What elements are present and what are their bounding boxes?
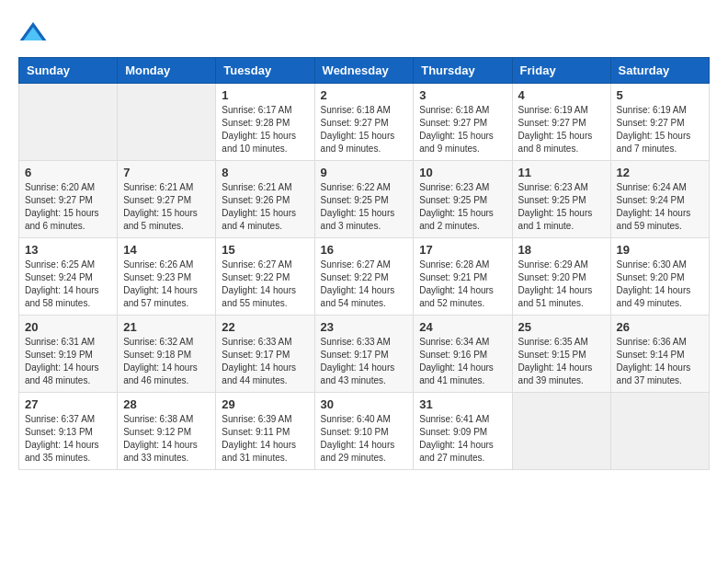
calendar-header-row: SundayMondayTuesdayWednesdayThursdayFrid… bbox=[19, 58, 710, 84]
calendar-cell: 31Sunrise: 6:41 AM Sunset: 9:09 PM Dayli… bbox=[414, 393, 512, 470]
day-number: 3 bbox=[419, 88, 506, 102]
calendar-cell: 19Sunrise: 6:30 AM Sunset: 9:20 PM Dayli… bbox=[610, 238, 709, 316]
day-number: 24 bbox=[419, 320, 506, 334]
day-number: 12 bbox=[617, 166, 703, 179]
day-number: 30 bbox=[321, 397, 408, 411]
calendar-cell: 20Sunrise: 6:31 AM Sunset: 9:19 PM Dayli… bbox=[19, 316, 118, 393]
calendar-header-tuesday: Tuesday bbox=[216, 58, 314, 84]
day-number: 19 bbox=[617, 243, 703, 257]
calendar-cell: 30Sunrise: 6:40 AM Sunset: 9:10 PM Dayli… bbox=[314, 393, 414, 470]
calendar-cell: 23Sunrise: 6:33 AM Sunset: 9:17 PM Dayli… bbox=[314, 316, 414, 393]
calendar-cell: 5Sunrise: 6:19 AM Sunset: 9:27 PM Daylig… bbox=[610, 84, 709, 161]
calendar-cell: 8Sunrise: 6:21 AM Sunset: 9:26 PM Daylig… bbox=[216, 161, 314, 238]
day-info: Sunrise: 6:29 AM Sunset: 9:20 PM Dayligh… bbox=[518, 259, 605, 310]
calendar-cell: 27Sunrise: 6:37 AM Sunset: 9:13 PM Dayli… bbox=[19, 393, 118, 470]
day-number: 18 bbox=[518, 243, 605, 257]
day-info: Sunrise: 6:17 AM Sunset: 9:28 PM Dayligh… bbox=[222, 104, 308, 155]
day-number: 11 bbox=[518, 166, 605, 179]
day-number: 31 bbox=[419, 397, 506, 411]
day-number: 23 bbox=[321, 320, 408, 334]
day-number: 5 bbox=[617, 88, 703, 102]
calendar-cell bbox=[610, 393, 709, 470]
calendar-cell: 3Sunrise: 6:18 AM Sunset: 9:27 PM Daylig… bbox=[414, 84, 512, 161]
calendar-cell: 7Sunrise: 6:21 AM Sunset: 9:27 PM Daylig… bbox=[118, 161, 216, 238]
day-info: Sunrise: 6:30 AM Sunset: 9:20 PM Dayligh… bbox=[617, 259, 703, 310]
day-info: Sunrise: 6:41 AM Sunset: 9:09 PM Dayligh… bbox=[419, 413, 506, 465]
day-info: Sunrise: 6:19 AM Sunset: 9:27 PM Dayligh… bbox=[617, 104, 703, 155]
calendar-cell: 12Sunrise: 6:24 AM Sunset: 9:24 PM Dayli… bbox=[610, 161, 709, 238]
day-number: 6 bbox=[25, 166, 111, 179]
calendar-cell: 1Sunrise: 6:17 AM Sunset: 9:28 PM Daylig… bbox=[216, 84, 314, 161]
day-number: 29 bbox=[222, 397, 308, 411]
day-info: Sunrise: 6:34 AM Sunset: 9:16 PM Dayligh… bbox=[419, 336, 506, 387]
day-info: Sunrise: 6:40 AM Sunset: 9:10 PM Dayligh… bbox=[321, 413, 408, 465]
calendar-cell: 18Sunrise: 6:29 AM Sunset: 9:20 PM Dayli… bbox=[512, 238, 610, 316]
day-info: Sunrise: 6:26 AM Sunset: 9:23 PM Dayligh… bbox=[123, 259, 210, 310]
calendar-header-saturday: Saturday bbox=[610, 58, 709, 84]
calendar-week-3: 13Sunrise: 6:25 AM Sunset: 9:24 PM Dayli… bbox=[19, 238, 710, 316]
day-info: Sunrise: 6:18 AM Sunset: 9:27 PM Dayligh… bbox=[321, 104, 408, 155]
calendar-cell bbox=[19, 84, 118, 161]
day-info: Sunrise: 6:21 AM Sunset: 9:27 PM Dayligh… bbox=[123, 181, 210, 233]
day-info: Sunrise: 6:38 AM Sunset: 9:12 PM Dayligh… bbox=[123, 413, 210, 465]
day-number: 16 bbox=[321, 243, 408, 257]
day-number: 28 bbox=[123, 397, 210, 411]
calendar-cell: 29Sunrise: 6:39 AM Sunset: 9:11 PM Dayli… bbox=[216, 393, 314, 470]
calendar-week-2: 6Sunrise: 6:20 AM Sunset: 9:27 PM Daylig… bbox=[19, 161, 710, 238]
day-info: Sunrise: 6:37 AM Sunset: 9:13 PM Dayligh… bbox=[25, 413, 111, 465]
day-number: 9 bbox=[321, 166, 408, 179]
day-number: 21 bbox=[123, 320, 210, 334]
day-info: Sunrise: 6:24 AM Sunset: 9:24 PM Dayligh… bbox=[617, 181, 703, 233]
day-info: Sunrise: 6:33 AM Sunset: 9:17 PM Dayligh… bbox=[222, 336, 308, 387]
day-number: 27 bbox=[25, 397, 111, 411]
calendar-week-5: 27Sunrise: 6:37 AM Sunset: 9:13 PM Dayli… bbox=[19, 393, 710, 470]
calendar-cell: 2Sunrise: 6:18 AM Sunset: 9:27 PM Daylig… bbox=[314, 84, 414, 161]
day-number: 7 bbox=[123, 166, 210, 179]
calendar-cell: 26Sunrise: 6:36 AM Sunset: 9:14 PM Dayli… bbox=[610, 316, 709, 393]
calendar-header-friday: Friday bbox=[512, 58, 610, 84]
calendar-cell: 22Sunrise: 6:33 AM Sunset: 9:17 PM Dayli… bbox=[216, 316, 314, 393]
day-info: Sunrise: 6:27 AM Sunset: 9:22 PM Dayligh… bbox=[222, 259, 308, 310]
logo-icon bbox=[18, 18, 48, 48]
day-number: 1 bbox=[222, 88, 308, 102]
day-info: Sunrise: 6:32 AM Sunset: 9:18 PM Dayligh… bbox=[123, 336, 210, 387]
calendar-cell: 17Sunrise: 6:28 AM Sunset: 9:21 PM Dayli… bbox=[414, 238, 512, 316]
day-info: Sunrise: 6:23 AM Sunset: 9:25 PM Dayligh… bbox=[419, 181, 506, 233]
day-number: 14 bbox=[123, 243, 210, 257]
calendar-cell: 16Sunrise: 6:27 AM Sunset: 9:22 PM Dayli… bbox=[314, 238, 414, 316]
day-info: Sunrise: 6:36 AM Sunset: 9:14 PM Dayligh… bbox=[617, 336, 703, 387]
calendar-cell: 14Sunrise: 6:26 AM Sunset: 9:23 PM Dayli… bbox=[118, 238, 216, 316]
day-info: Sunrise: 6:19 AM Sunset: 9:27 PM Dayligh… bbox=[518, 104, 605, 155]
calendar-header-wednesday: Wednesday bbox=[314, 58, 414, 84]
day-number: 10 bbox=[419, 166, 506, 179]
calendar-cell: 24Sunrise: 6:34 AM Sunset: 9:16 PM Dayli… bbox=[414, 316, 512, 393]
day-number: 15 bbox=[222, 243, 308, 257]
day-number: 26 bbox=[617, 320, 703, 334]
calendar-header-thursday: Thursday bbox=[414, 58, 512, 84]
day-number: 13 bbox=[25, 243, 111, 257]
day-info: Sunrise: 6:39 AM Sunset: 9:11 PM Dayligh… bbox=[222, 413, 308, 465]
day-number: 20 bbox=[25, 320, 111, 334]
calendar-header-sunday: Sunday bbox=[19, 58, 118, 84]
day-number: 25 bbox=[518, 320, 605, 334]
calendar-header-monday: Monday bbox=[118, 58, 216, 84]
day-number: 8 bbox=[222, 166, 308, 179]
calendar-cell bbox=[512, 393, 610, 470]
calendar-cell: 11Sunrise: 6:23 AM Sunset: 9:25 PM Dayli… bbox=[512, 161, 610, 238]
calendar-cell: 4Sunrise: 6:19 AM Sunset: 9:27 PM Daylig… bbox=[512, 84, 610, 161]
calendar-week-1: 1Sunrise: 6:17 AM Sunset: 9:28 PM Daylig… bbox=[19, 84, 710, 161]
day-info: Sunrise: 6:23 AM Sunset: 9:25 PM Dayligh… bbox=[518, 181, 605, 233]
logo bbox=[18, 18, 51, 48]
day-number: 2 bbox=[321, 88, 408, 102]
day-number: 17 bbox=[419, 243, 506, 257]
calendar-week-4: 20Sunrise: 6:31 AM Sunset: 9:19 PM Dayli… bbox=[19, 316, 710, 393]
page-header bbox=[18, 18, 710, 48]
calendar-cell: 15Sunrise: 6:27 AM Sunset: 9:22 PM Dayli… bbox=[216, 238, 314, 316]
calendar-cell: 21Sunrise: 6:32 AM Sunset: 9:18 PM Dayli… bbox=[118, 316, 216, 393]
calendar-cell bbox=[118, 84, 216, 161]
day-info: Sunrise: 6:33 AM Sunset: 9:17 PM Dayligh… bbox=[321, 336, 408, 387]
calendar-cell: 13Sunrise: 6:25 AM Sunset: 9:24 PM Dayli… bbox=[19, 238, 118, 316]
calendar-cell: 25Sunrise: 6:35 AM Sunset: 9:15 PM Dayli… bbox=[512, 316, 610, 393]
calendar-cell: 10Sunrise: 6:23 AM Sunset: 9:25 PM Dayli… bbox=[414, 161, 512, 238]
day-info: Sunrise: 6:25 AM Sunset: 9:24 PM Dayligh… bbox=[25, 259, 111, 310]
